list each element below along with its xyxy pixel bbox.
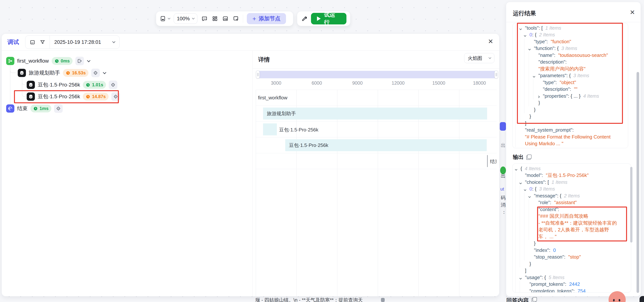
view-mode-select[interactable]: 火焰图 bbox=[464, 53, 494, 63]
detail-header-divider bbox=[252, 68, 499, 69]
indent-guide bbox=[520, 186, 524, 193]
note-button[interactable] bbox=[232, 15, 239, 22]
indent-guide bbox=[515, 220, 520, 227]
indent-guide bbox=[515, 233, 520, 240]
target-button[interactable] bbox=[112, 92, 120, 101]
play-icon bbox=[317, 16, 321, 21]
background-scrollbar-piece[interactable] bbox=[381, 298, 385, 302]
canvas-mode-button[interactable] bbox=[160, 15, 170, 22]
json-line: "### 国庆川西自驾攻略 bbox=[515, 213, 629, 220]
components-button[interactable] bbox=[212, 15, 218, 22]
clock-icon bbox=[54, 59, 59, 63]
chevron-down-icon[interactable] bbox=[87, 59, 90, 62]
image-upload-button[interactable] bbox=[222, 15, 229, 22]
flame-bar[interactable]: 豆包·1.5·Pro·256k bbox=[285, 139, 487, 151]
collapse-chevron-icon[interactable] bbox=[529, 193, 534, 199]
zoom-select[interactable]: 100% bbox=[174, 13, 198, 24]
plus-icon: + bbox=[252, 15, 256, 22]
indent-guide bbox=[520, 261, 524, 267]
canvas-toolbar: 100% + 添加节点 bbox=[156, 11, 293, 26]
clock-icon bbox=[33, 106, 38, 111]
wrench-icon[interactable] bbox=[301, 15, 308, 22]
indent-guide bbox=[520, 93, 524, 100]
run-record-selector[interactable]: 2025-10-19 17:28:01 bbox=[25, 35, 120, 49]
json-token-js: "搜索用户询问的内容" bbox=[538, 66, 586, 72]
indent-guide bbox=[515, 25, 520, 31]
gridline bbox=[378, 90, 378, 296]
flame-bar[interactable] bbox=[487, 155, 488, 167]
collapse-chevron-icon[interactable] bbox=[524, 32, 530, 38]
expand-chevron-icon[interactable] bbox=[538, 93, 543, 99]
trace-node-row[interactable]: 豆包·1.5·Pro·256k14.87s bbox=[27, 91, 120, 102]
json-token-jx: 0 bbox=[530, 32, 532, 38]
json-token-jk: "choices" bbox=[525, 179, 545, 185]
json-line: } bbox=[515, 106, 626, 113]
collapse-chevron-icon[interactable] bbox=[529, 45, 534, 51]
target-button[interactable] bbox=[91, 69, 100, 77]
indent-guide bbox=[524, 240, 529, 247]
collapse-chevron-icon[interactable] bbox=[520, 275, 525, 280]
indent-guide bbox=[520, 213, 524, 220]
end-node-icon bbox=[500, 122, 506, 131]
test-run-button[interactable]: 试运行 bbox=[311, 13, 346, 24]
json-token-ji: 1 Items bbox=[552, 179, 567, 185]
json-line: "usage": {5 Items bbox=[515, 274, 629, 281]
collapse-chevron-icon[interactable] bbox=[533, 73, 538, 78]
json-line: "index": 0 bbox=[515, 247, 629, 254]
output-scrollbar[interactable] bbox=[630, 167, 632, 243]
filter-icon[interactable] bbox=[40, 39, 46, 45]
add-node-button[interactable]: + 添加节点 bbox=[247, 13, 286, 24]
indent-guide bbox=[520, 59, 524, 66]
indent-guide bbox=[520, 106, 524, 113]
trace-node-row[interactable]: 豆包·1.5·Pro·256k1.01s bbox=[27, 79, 117, 91]
indent-guide bbox=[520, 247, 524, 254]
indent-guide bbox=[515, 213, 520, 220]
copy-icon[interactable] bbox=[526, 155, 532, 160]
indent-guide bbox=[515, 38, 520, 45]
run-results-panel: 运行结果 ✕ "tools": [1 Items0: {2 Items"type… bbox=[506, 2, 641, 297]
chevron-down-icon[interactable] bbox=[103, 71, 106, 74]
input-json-viewer[interactable]: "tools": [1 Items0: {2 Items"type": "fun… bbox=[512, 23, 628, 148]
collapse-chevron-icon[interactable] bbox=[524, 186, 530, 192]
background-fragment: 出 bbox=[501, 173, 506, 179]
collapse-chevron-icon[interactable] bbox=[520, 25, 525, 31]
indent-guide bbox=[515, 227, 520, 233]
slider-handle-left[interactable] bbox=[256, 71, 260, 78]
output-json-viewer[interactable]: {4 Items"model": "豆包·1.5·Pro·256k""choic… bbox=[512, 164, 631, 293]
target-button[interactable] bbox=[54, 104, 63, 113]
slider-handle-right[interactable] bbox=[494, 71, 498, 78]
timeline-range-slider[interactable] bbox=[257, 71, 497, 78]
output-label-row: 输出 bbox=[513, 153, 532, 161]
flame-bar[interactable]: 旅游规划助手 bbox=[263, 108, 487, 119]
comment-button[interactable] bbox=[201, 15, 208, 22]
json-token-jp: } bbox=[530, 261, 531, 267]
indent-guide bbox=[529, 86, 533, 93]
indent-guide bbox=[520, 288, 524, 293]
target-button[interactable] bbox=[109, 80, 117, 89]
trace-node-row[interactable]: first_workflow0ms bbox=[6, 55, 90, 67]
indent-guide bbox=[524, 86, 529, 93]
json-token-jk: "function" bbox=[534, 45, 554, 51]
indent-guide bbox=[520, 79, 524, 86]
indent-guide bbox=[524, 59, 529, 66]
results-scrollbar[interactable] bbox=[636, 72, 639, 293]
trace-node-row[interactable]: 旅游规划助手16.53s bbox=[18, 67, 106, 79]
results-close-button[interactable]: ✕ bbox=[630, 9, 635, 15]
trace-node-row[interactable]: 结束1ms bbox=[6, 102, 63, 114]
json-token-ji: 2 Items bbox=[539, 32, 555, 38]
flame-bar[interactable] bbox=[263, 123, 277, 135]
chevron-down-icon bbox=[168, 17, 170, 19]
json-token-jk: "type" bbox=[543, 80, 556, 85]
json-line: } bbox=[515, 100, 626, 106]
collapse-chevron-icon[interactable] bbox=[520, 179, 525, 185]
indent-guide bbox=[520, 199, 524, 206]
json-line: "prompt_tokens": 2442 bbox=[515, 281, 629, 288]
indent-guide bbox=[520, 72, 524, 79]
export-button[interactable] bbox=[75, 57, 84, 65]
copy-icon[interactable] bbox=[532, 297, 537, 302]
indent-guide bbox=[524, 106, 529, 113]
collapse-chevron-icon[interactable] bbox=[515, 166, 520, 172]
debug-panel: 调试 2025-10-19 17:28:01 ✕ first_workflow0… bbox=[2, 33, 500, 297]
calendar-icon[interactable] bbox=[30, 39, 36, 45]
debug-close-button[interactable]: ✕ bbox=[488, 38, 494, 44]
